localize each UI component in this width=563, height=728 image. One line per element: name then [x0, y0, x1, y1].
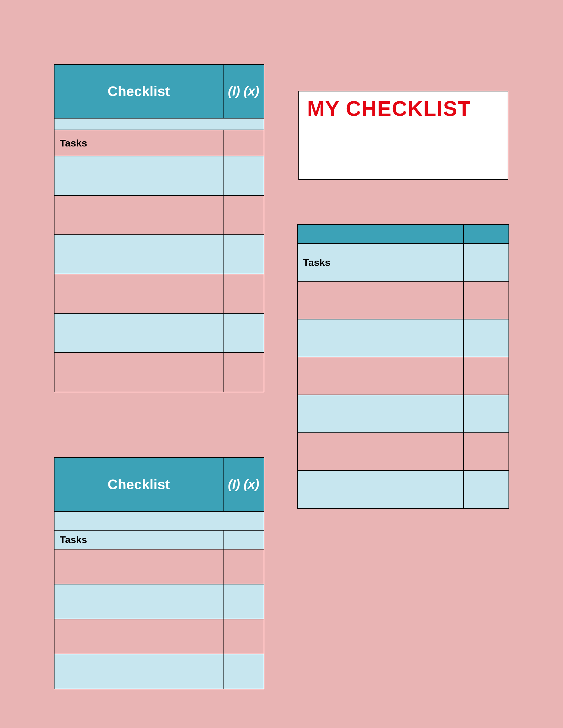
checklist-2-header-main: Checklist [54, 457, 223, 511]
checklist-2-spacer [54, 511, 264, 530]
checklist-3-row-2-check[interactable] [464, 319, 509, 357]
checklist-3-row-3-task[interactable] [298, 357, 464, 395]
checklist-3-row-5-task[interactable] [298, 433, 464, 471]
checklist-1-row-3-task[interactable] [54, 235, 223, 274]
title-card-text: MY CHECKLIST [307, 97, 471, 120]
checklist-1-header-main: Checklist [54, 64, 223, 118]
checklist-2-row-3-task[interactable] [54, 619, 223, 654]
checklist-3-tasks-label: Tasks [298, 243, 464, 281]
checklist-3-row-1-task[interactable] [298, 281, 464, 319]
checklist-1-row-6-check[interactable] [223, 353, 264, 392]
checklist-1-row-4-check[interactable] [223, 274, 264, 313]
checklist-2-header-ix: (I) (x) [223, 457, 264, 511]
checklist-2-tasks-check[interactable] [223, 530, 264, 549]
checklist-1-row-2-check[interactable] [223, 195, 264, 235]
checklist-2-row-2-check[interactable] [223, 584, 264, 619]
checklist-2: Checklist (I) (x) Tasks [54, 457, 264, 689]
checklist-1-row-1-check[interactable] [223, 156, 264, 195]
checklist-3-row-6-check[interactable] [464, 471, 509, 508]
checklist-1-row-4-task[interactable] [54, 274, 223, 313]
checklist-3-row-3-check[interactable] [464, 357, 509, 395]
checklist-1-tasks-label: Tasks [54, 130, 223, 156]
checklist-3-row-1-check[interactable] [464, 281, 509, 319]
checklist-3-tasks-check[interactable] [464, 243, 509, 281]
checklist-3-row-2-task[interactable] [298, 319, 464, 357]
checklist-1-row-2-task[interactable] [54, 195, 223, 235]
checklist-2-row-1-check[interactable] [223, 549, 264, 584]
checklist-1-row-3-check[interactable] [223, 235, 264, 274]
title-card: MY CHECKLIST [299, 91, 508, 180]
checklist-3-row-4-check[interactable] [464, 395, 509, 433]
checklist-1-row-1-task[interactable] [54, 156, 223, 195]
checklist-1-row-5-task[interactable] [54, 313, 223, 353]
checklist-2-row-1-task[interactable] [54, 549, 223, 584]
checklist-3-header-ix [464, 225, 509, 243]
checklist-3: Tasks [297, 224, 509, 509]
checklist-1-tasks-check[interactable] [223, 130, 264, 156]
checklist-2-row-2-task[interactable] [54, 584, 223, 619]
checklist-3-row-6-task[interactable] [298, 471, 464, 508]
checklist-2-tasks-label: Tasks [54, 530, 223, 549]
checklist-2-row-4-task[interactable] [54, 654, 223, 689]
checklist-2-row-4-check[interactable] [223, 654, 264, 689]
checklist-1: Checklist (I) (x) Tasks [54, 64, 264, 392]
checklist-3-row-5-check[interactable] [464, 433, 509, 471]
checklist-3-header-main [298, 225, 464, 243]
checklist-1-row-5-check[interactable] [223, 313, 264, 353]
checklist-1-spacer [54, 118, 264, 130]
checklist-1-row-6-task[interactable] [54, 353, 223, 392]
checklist-1-header-ix: (I) (x) [223, 64, 264, 118]
checklist-3-row-4-task[interactable] [298, 395, 464, 433]
checklist-2-row-3-check[interactable] [223, 619, 264, 654]
